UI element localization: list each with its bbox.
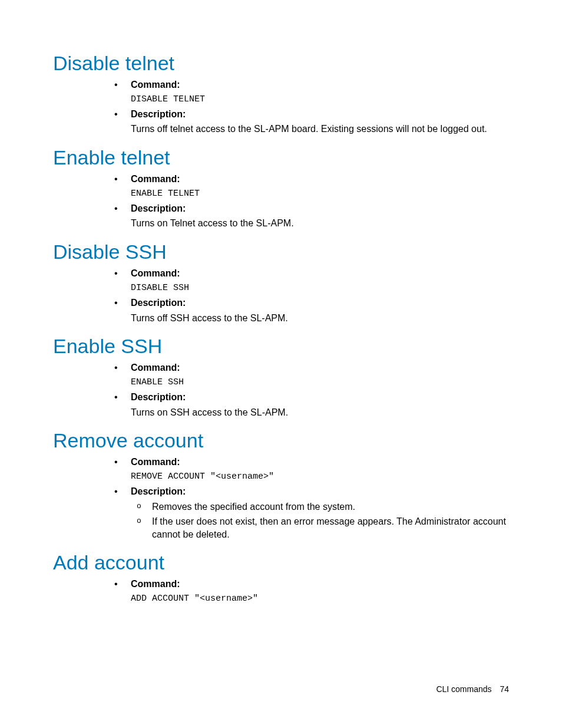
description-text: Turns off SSH access to the SL-APM. <box>131 312 509 325</box>
page-footer: CLI commands 74 <box>436 684 509 694</box>
item-label: Command: <box>131 174 180 184</box>
code-text: DISABLE SSH <box>131 282 509 294</box>
code-text: REMOVE ACCOUNT "<username>" <box>131 471 509 483</box>
section-heading: Remove account <box>53 429 509 452</box>
list-item: Description: Turns off SSH access to the… <box>110 297 509 324</box>
list-item: Command: ENABLE SSH <box>110 361 509 388</box>
list-item: Command: REMOVE ACCOUNT "<username>" <box>110 456 509 483</box>
description-text: Turns on Telnet access to the SL-APM. <box>131 217 509 230</box>
bullet-list: Command: DISABLE TELNET Description: Tur… <box>110 78 509 136</box>
footer-page-number: 74 <box>500 684 509 694</box>
code-text: ENABLE TELNET <box>131 188 509 200</box>
list-item: Command: DISABLE SSH <box>110 267 509 294</box>
list-item: Command: DISABLE TELNET <box>110 78 509 106</box>
description-text: Turns on SSH access to the SL-APM. <box>131 406 509 419</box>
bullet-list: Command: DISABLE SSH Description: Turns … <box>110 267 509 324</box>
item-label: Description: <box>131 392 186 402</box>
code-text: ENABLE SSH <box>131 377 509 388</box>
list-item: Command: ENABLE TELNET <box>110 173 509 200</box>
list-item: Description: Turns on Telnet access to t… <box>110 202 509 230</box>
bullet-list: Command: ADD ACCOUNT "<username>" <box>110 578 509 605</box>
description-text: Turns off telnet access to the SL-APM bo… <box>131 123 509 136</box>
item-label: Description: <box>131 486 186 496</box>
section-heading: Disable telnet <box>53 52 509 75</box>
list-item: Command: ADD ACCOUNT "<username>" <box>110 578 509 605</box>
code-text: ADD ACCOUNT "<username>" <box>131 593 509 605</box>
item-label: Command: <box>131 457 180 467</box>
item-label: Command: <box>131 363 180 373</box>
code-text: DISABLE TELNET <box>131 94 509 106</box>
page-container: Disable telnet Command: DISABLE TELNET D… <box>0 0 562 728</box>
list-item: Description: Removes the specified accou… <box>110 485 509 541</box>
item-label: Description: <box>131 203 186 213</box>
sub-bullet-list: Removes the specified account from the s… <box>131 500 509 541</box>
footer-label: CLI commands <box>436 684 491 694</box>
item-label: Description: <box>131 298 186 308</box>
sub-list-item: Removes the specified account from the s… <box>131 500 509 513</box>
section-heading: Enable telnet <box>53 146 509 169</box>
item-label: Command: <box>131 80 180 90</box>
item-label: Description: <box>131 109 186 119</box>
bullet-list: Command: REMOVE ACCOUNT "<username>" Des… <box>110 456 509 541</box>
item-label: Command: <box>131 579 180 589</box>
item-label: Command: <box>131 268 180 278</box>
section-heading: Enable SSH <box>53 335 509 358</box>
section-heading: Add account <box>53 551 509 574</box>
sub-list-item: If the user does not exist, then an erro… <box>131 515 509 541</box>
section-heading: Disable SSH <box>53 241 509 263</box>
list-item: Description: Turns on SSH access to the … <box>110 391 509 419</box>
bullet-list: Command: ENABLE TELNET Description: Turn… <box>110 173 509 230</box>
bullet-list: Command: ENABLE SSH Description: Turns o… <box>110 361 509 419</box>
list-item: Description: Turns off telnet access to … <box>110 108 509 136</box>
